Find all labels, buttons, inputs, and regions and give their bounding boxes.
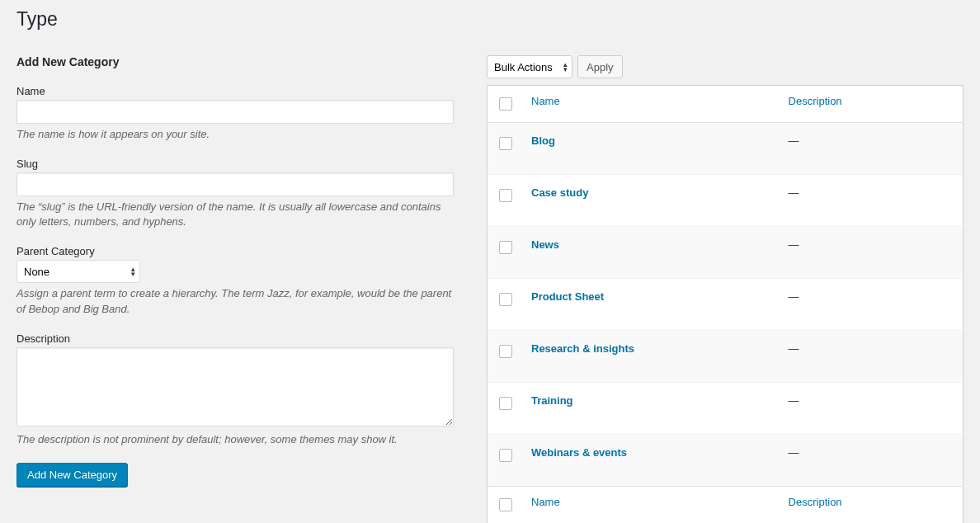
row-description: —: [780, 123, 964, 175]
table-row: Product Sheet—: [488, 279, 964, 331]
bulk-actions-top: Bulk Actions ▴▾ Apply: [487, 55, 964, 78]
table-row: Case study—: [488, 175, 964, 227]
table-row: News—: [488, 227, 964, 279]
page-title: Type: [16, 8, 964, 31]
description-label: Description: [16, 332, 454, 345]
row-name-link[interactable]: Product Sheet: [531, 290, 604, 303]
row-checkbox[interactable]: [499, 137, 512, 150]
slug-label: Slug: [16, 158, 454, 170]
categories-table: Name Description Blog—Case study—News—Pr…: [487, 85, 964, 523]
bulk-actions-select-top[interactable]: Bulk Actions: [487, 55, 572, 78]
row-checkbox[interactable]: [499, 293, 512, 306]
column-description-footer[interactable]: Description: [789, 496, 842, 508]
slug-input[interactable]: [16, 172, 454, 196]
select-all-checkbox-top[interactable]: [499, 97, 512, 111]
description-textarea[interactable]: [16, 347, 454, 426]
row-name-link[interactable]: Webinars & events: [531, 446, 627, 459]
name-label: Name: [16, 85, 454, 97]
column-description-header[interactable]: Description: [789, 95, 842, 107]
row-name-link[interactable]: Training: [531, 394, 573, 407]
row-name-link[interactable]: News: [531, 238, 559, 251]
row-description: —: [780, 331, 964, 383]
column-name-header[interactable]: Name: [531, 95, 560, 107]
row-checkbox[interactable]: [499, 449, 512, 462]
form-heading: Add New Category: [16, 55, 454, 68]
row-checkbox[interactable]: [499, 397, 512, 410]
column-name-footer[interactable]: Name: [531, 496, 560, 508]
row-description: —: [780, 383, 964, 435]
add-category-form: Add New Category Name The name is how it…: [16, 55, 454, 523]
select-all-checkbox-bottom[interactable]: [499, 498, 512, 511]
row-checkbox[interactable]: [499, 241, 512, 254]
table-row: Research & insights—: [488, 331, 964, 383]
row-description: —: [780, 279, 964, 331]
row-description: —: [780, 175, 964, 227]
table-row: Blog—: [488, 123, 964, 175]
name-input[interactable]: [16, 100, 454, 124]
apply-button-top[interactable]: Apply: [577, 55, 623, 78]
slug-help: The “slug” is the URL-friendly version o…: [16, 200, 454, 231]
name-help: The name is how it appears on your site.: [16, 127, 454, 143]
row-name-link[interactable]: Blog: [531, 134, 555, 147]
parent-help: Assign a parent term to create a hierarc…: [16, 286, 454, 318]
description-help: The description is not prominent by defa…: [16, 432, 454, 448]
parent-select[interactable]: None: [16, 260, 140, 283]
add-category-button[interactable]: Add New Category: [16, 463, 128, 487]
row-name-link[interactable]: Case study: [531, 186, 588, 199]
row-checkbox[interactable]: [499, 345, 512, 358]
table-row: Training—: [488, 383, 964, 435]
row-name-link[interactable]: Research & insights: [531, 342, 634, 355]
row-description: —: [780, 227, 964, 279]
row-checkbox[interactable]: [499, 189, 512, 202]
table-row: Webinars & events—: [488, 435, 964, 487]
parent-label: Parent Category: [16, 245, 454, 257]
row-description: —: [780, 435, 964, 487]
